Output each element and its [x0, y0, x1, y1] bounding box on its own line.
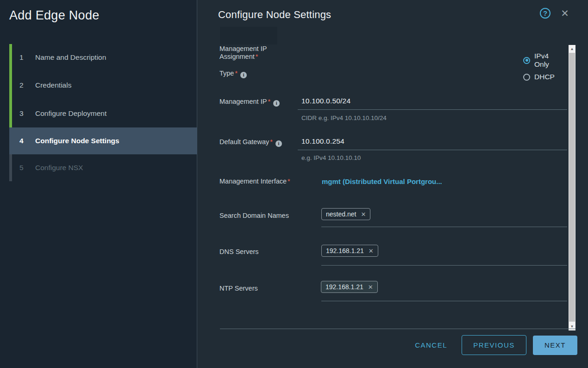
required-marker: * [270, 138, 273, 146]
management-ip-value: 10.100.0.50/24 [298, 97, 567, 109]
help-icon[interactable]: ? [540, 8, 550, 19]
step-label: Credentials [35, 81, 71, 89]
step-number: 5 [19, 164, 35, 172]
sidebar-step-configure-deployment[interactable]: 3 Configure Deployment [9, 101, 197, 127]
management-ip-label: Management IP*i [219, 98, 280, 107]
required-marker: * [256, 53, 258, 60]
previous-button[interactable]: PREVIOUS [462, 335, 526, 355]
footer-divider [220, 329, 575, 329]
step-label: Configure Node Settings [35, 137, 119, 145]
scroll-down-icon[interactable]: ▼ [569, 323, 575, 330]
radio-selected-icon [523, 57, 530, 64]
required-marker: * [235, 70, 238, 77]
dns-servers-input[interactable] [321, 265, 567, 266]
radio-dhcp[interactable]: DHCP [523, 73, 560, 81]
tag-value: 192.168.1.21 [326, 247, 364, 254]
info-icon[interactable]: i [273, 100, 280, 107]
search-domain-names-label: Search Domain Names [219, 212, 289, 220]
ntp-servers-label: NTP Servers [219, 285, 258, 292]
sidebar-step-configure-node-settings[interactable]: 4 Configure Node Settings [9, 127, 197, 154]
step-number: 4 [19, 137, 35, 145]
tag-remove-icon[interactable]: ✕ [369, 247, 374, 254]
default-gateway-label: Default Gateway*i [219, 138, 282, 147]
required-marker: * [268, 98, 270, 105]
type-label: Type*i [219, 70, 247, 78]
default-gateway-helper: e.g. IPv4 10.10.10.10 [301, 154, 361, 161]
configure-node-settings-panel: Configure Node Settings ? ✕ Management I… [198, 0, 588, 368]
tag-value: 192.168.1.21 [325, 283, 363, 291]
management-ip-assignment-label: Management IP Assignment* [219, 45, 267, 61]
close-icon[interactable]: ✕ [559, 8, 570, 19]
info-icon[interactable]: i [275, 140, 282, 147]
info-icon[interactable]: i [240, 72, 247, 78]
sidebar-step-name-and-description[interactable]: 1 Name and Description [9, 44, 197, 70]
vertical-scrollbar[interactable]: ▲ ▼ [569, 45, 575, 330]
footer-actions: CANCEL PREVIOUS NEXT [415, 335, 577, 355]
radio-ipv4-only[interactable]: IPv4 Only [523, 52, 561, 69]
default-gateway-input[interactable]: 10.100.0.254 [298, 137, 567, 150]
tag-chip: nested.net ✕ [321, 208, 370, 220]
management-ip-helper: CIDR e.g. IPv4 10.10.10.10/24 [301, 114, 387, 121]
tag-remove-icon[interactable]: ✕ [368, 284, 373, 291]
sidebar-step-configure-nsx: 5 Configure NSX [9, 154, 197, 181]
step-number: 2 [19, 81, 35, 89]
tag-chip: 192.168.1.21 ✕ [321, 281, 378, 293]
scrollbar-thumb[interactable] [569, 53, 575, 322]
default-gateway-value: 10.100.0.254 [298, 137, 567, 150]
dialog-title: Add Edge Node [9, 8, 100, 23]
scrolled-out-content [220, 27, 277, 44]
search-domain-names-input[interactable] [321, 227, 567, 227]
step-number: 3 [19, 109, 35, 118]
required-marker: * [288, 178, 290, 185]
step-number: 1 [19, 53, 35, 62]
radio-unselected-icon [523, 74, 530, 81]
dns-servers-label: DNS Servers [219, 248, 259, 256]
management-ip-input[interactable]: 10.100.0.50/24 [298, 97, 567, 110]
cancel-button[interactable]: CANCEL [415, 341, 447, 349]
wizard-sidebar: Add Edge Node 1 Name and Description 2 C… [0, 0, 197, 368]
step-label: Configure Deployment [35, 109, 106, 118]
ip-assignment-radio-group: IPv4 Only IPv4 & IPv6 [523, 52, 588, 69]
ntp-servers-input[interactable] [321, 301, 567, 301]
add-edge-node-dialog: Add Edge Node 1 Name and Description 2 C… [0, 0, 588, 368]
tag-value: nested.net [326, 210, 356, 218]
step-label: Name and Description [35, 53, 106, 62]
step-label: Configure NSX [35, 164, 83, 172]
scroll-up-icon[interactable]: ▲ [569, 45, 575, 53]
page-title: Configure Node Settings [218, 9, 331, 21]
management-interface-link[interactable]: mgmt (Distributed Virtual Portgrou... [322, 178, 442, 185]
next-button[interactable]: NEXT [533, 336, 577, 355]
type-radio-group: DHCP Static [523, 73, 588, 81]
management-interface-label: Management Interface* [219, 178, 290, 185]
sidebar-step-credentials[interactable]: 2 Credentials [9, 72, 197, 98]
tag-remove-icon[interactable]: ✕ [361, 211, 366, 218]
tag-chip: 192.168.1.21 ✕ [321, 245, 378, 257]
